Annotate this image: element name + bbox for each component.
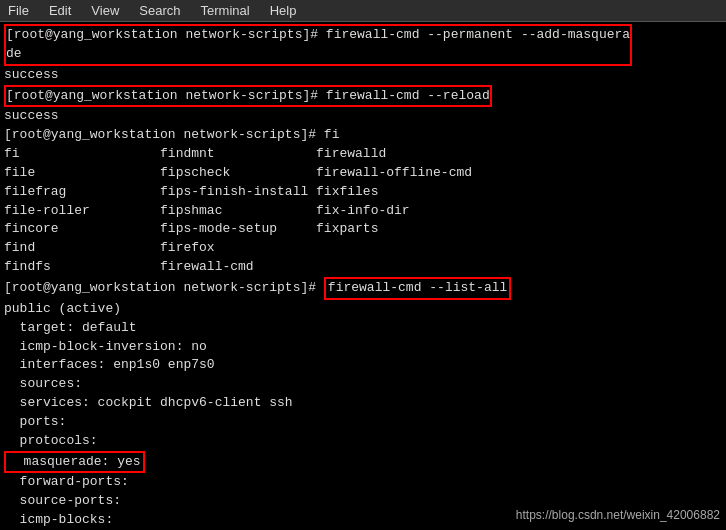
terminal-line: services: cockpit dhcpv6-client ssh (4, 394, 722, 413)
menu-view[interactable]: View (87, 3, 123, 18)
terminal-line: protocols: (4, 432, 722, 451)
terminal-line: fincore fips-mode-setup fixparts (4, 220, 722, 239)
terminal-line: forward-ports: (4, 473, 722, 492)
terminal-line: success (4, 107, 722, 126)
terminal-line: [root@yang_workstation network-scripts]#… (6, 87, 490, 106)
terminal-line: findfs firewall-cmd (4, 258, 722, 277)
menubar: File Edit View Search Terminal Help (0, 0, 726, 22)
terminal-line: de (6, 45, 630, 64)
terminal-line: success (4, 66, 722, 85)
terminal-line: [root@yang_workstation network-scripts]#… (6, 26, 630, 45)
menu-search[interactable]: Search (135, 3, 184, 18)
menu-edit[interactable]: Edit (45, 3, 75, 18)
terminal-line: file fipscheck firewall-offline-cmd (4, 164, 722, 183)
terminal-line: sources: (4, 375, 722, 394)
terminal-line: [root@yang_workstation network-scripts]#… (4, 126, 722, 145)
terminal-line: find firefox (4, 239, 722, 258)
terminal-line: public (active) (4, 300, 722, 319)
terminal-line: file-roller fipshmac fix-info-dir (4, 202, 722, 221)
terminal-line: filefrag fips-finish-install fixfiles (4, 183, 722, 202)
watermark: https://blog.csdn.net/weixin_42006882 (516, 508, 720, 522)
terminal-line: masquerade: yes (4, 451, 722, 474)
terminal-line: target: default (4, 319, 722, 338)
terminal-line: icmp-block-inversion: no (4, 338, 722, 357)
terminal-line: ports: (4, 413, 722, 432)
menu-file[interactable]: File (4, 3, 33, 18)
terminal-line: fi findmnt firewalld (4, 145, 722, 164)
menu-terminal[interactable]: Terminal (197, 3, 254, 18)
terminal: [root@yang_workstation network-scripts]#… (0, 22, 726, 530)
terminal-line: [root@yang_workstation network-scripts]#… (4, 277, 722, 300)
terminal-line: interfaces: enp1s0 enp7s0 (4, 356, 722, 375)
menu-help[interactable]: Help (266, 3, 301, 18)
